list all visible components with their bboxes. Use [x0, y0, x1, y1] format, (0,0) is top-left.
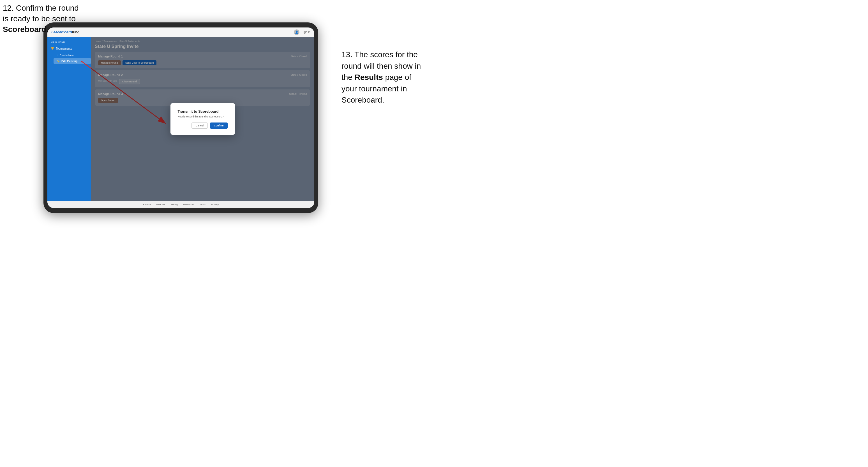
create-new-label: Create New [60, 54, 74, 57]
screen-footer: Product Features Pricing Resources Terms… [48, 201, 314, 208]
nav-right: 👤 Sign In [294, 29, 310, 35]
footer-product[interactable]: Product [143, 203, 151, 206]
sidebar-item-tournaments[interactable]: 🏆 Tournaments [48, 45, 91, 52]
trophy-icon: 🏆 [51, 47, 54, 50]
content-area: Home / Tournaments / State U Spring Invi… [91, 37, 314, 201]
footer-features[interactable]: Features [156, 203, 165, 206]
confirm-button[interactable]: Confirm [210, 123, 228, 129]
footer-privacy[interactable]: Privacy [211, 203, 219, 206]
menu-label: MAIN MENU [48, 40, 91, 45]
step12-line1: 12. Confirm the round [3, 4, 79, 12]
sidebar: MAIN MENU 🏆 Tournaments + Create New ✏️ … [48, 37, 91, 201]
user-avatar: 👤 [294, 29, 300, 35]
step12-annotation: 12. Confirm the round is ready to be sen… [3, 3, 79, 34]
tournaments-label: Tournaments [56, 47, 72, 50]
modal-buttons: Cancel Confirm [178, 123, 228, 129]
main-layout: MAIN MENU 🏆 Tournaments + Create New ✏️ … [48, 37, 314, 201]
footer-resources[interactable]: Resources [183, 203, 194, 206]
tablet-screen: LeaderboardKing 👤 Sign In MAIN MENU 🏆 To… [48, 28, 314, 208]
sidebar-edit-existing[interactable]: ✏️ Edit Existing [54, 58, 91, 64]
step13-bold: Results [355, 73, 383, 82]
transmit-modal: Transmit to Scoreboard Ready to send thi… [170, 103, 235, 135]
footer-pricing[interactable]: Pricing [171, 203, 178, 206]
sidebar-create-new[interactable]: + Create New [54, 52, 91, 58]
sidebar-sub-menu: + Create New ✏️ Edit Existing [48, 52, 91, 64]
signin-label[interactable]: Sign In [302, 31, 310, 34]
step12-bold: Scoreboard. [3, 25, 49, 34]
cancel-button[interactable]: Cancel [191, 123, 208, 129]
plus-icon: + [56, 54, 58, 57]
modal-title: Transmit to Scoreboard [178, 109, 228, 114]
footer-terms[interactable]: Terms [199, 203, 206, 206]
edit-existing-label: Edit Existing [61, 59, 78, 63]
tablet-device: LeaderboardKing 👤 Sign In MAIN MENU 🏆 To… [43, 23, 318, 213]
edit-icon: ✏️ [56, 59, 60, 63]
top-nav: LeaderboardKing 👤 Sign In [48, 28, 314, 37]
modal-body: Ready to send this round to Scoreboard? [178, 115, 228, 118]
step13-annotation: 13. The scores for the round will then s… [341, 49, 428, 106]
modal-overlay: Transmit to Scoreboard Ready to send thi… [91, 37, 314, 201]
step12-line2: is ready to be sent to [3, 14, 76, 23]
